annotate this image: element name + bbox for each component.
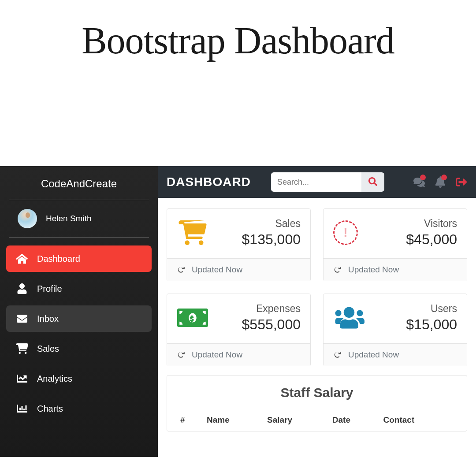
comments-icon	[413, 182, 425, 189]
bell-button[interactable]	[435, 176, 446, 188]
sidebar-item-label: Dashboard	[37, 254, 80, 264]
users-icon	[333, 305, 365, 330]
table-title: Staff Salary	[177, 385, 457, 400]
search-button[interactable]	[361, 172, 384, 192]
sidebar-item-inbox[interactable]: Inbox	[6, 305, 152, 332]
search-group	[271, 172, 384, 192]
stat-label: Sales	[242, 218, 301, 230]
stat-footer-text: Updated Now	[192, 265, 242, 275]
stat-card-sales: Sales $135,000 Updated Now	[167, 208, 311, 281]
stat-value: $15,000	[406, 316, 457, 333]
page-heading: Bootstrap Dashboard	[0, 0, 476, 63]
table-header: Date	[329, 410, 380, 431]
cart-icon	[177, 220, 208, 245]
app-container: CodeAndCreate Helen Smith Dashboard Prof…	[0, 166, 476, 457]
refresh-icon	[177, 351, 185, 359]
home-icon	[16, 253, 28, 264]
refresh-icon	[177, 266, 185, 274]
table-header: Name	[203, 410, 264, 431]
user-name: Helen Smith	[46, 214, 92, 223]
stat-value: $555,000	[242, 316, 301, 333]
stat-label: Expenses	[242, 303, 301, 315]
stat-label: Visitors	[406, 218, 457, 230]
sidebar-item-label: Analytics	[37, 374, 72, 384]
logout-button[interactable]	[456, 176, 467, 188]
search-input[interactable]	[271, 172, 361, 192]
table-header: #	[177, 410, 203, 431]
envelope-icon	[16, 313, 28, 324]
main-content: DASHBOARD	[158, 166, 476, 457]
topbar-icons	[413, 176, 467, 188]
user-icon	[16, 283, 28, 294]
stat-cards-row: Sales $135,000 Updated Now ! Visitors	[167, 208, 467, 366]
topbar: DASHBOARD	[158, 166, 476, 198]
stat-card-visitors: ! Visitors $45,000 Updated Now	[323, 208, 467, 281]
content-area: Sales $135,000 Updated Now ! Visitors	[158, 198, 476, 457]
logout-icon	[456, 182, 467, 189]
money-icon	[177, 305, 208, 330]
stat-footer-text: Updated Now	[192, 350, 242, 360]
table-header-row: # Name Salary Date Contact	[177, 410, 457, 431]
refresh-icon	[333, 266, 341, 274]
staff-salary-table: # Name Salary Date Contact	[177, 410, 457, 431]
sidebar-item-label: Inbox	[37, 314, 59, 324]
search-icon	[368, 177, 377, 187]
notification-dot	[420, 175, 426, 180]
page-title: DASHBOARD	[167, 175, 251, 189]
chart-bar-icon	[16, 403, 28, 414]
sidebar-item-label: Charts	[37, 404, 63, 414]
sidebar-item-analytics[interactable]: Analytics	[6, 365, 152, 392]
avatar	[18, 209, 37, 228]
stat-value: $45,000	[406, 231, 457, 248]
sidebar-item-sales[interactable]: Sales	[6, 335, 152, 362]
notification-dot	[441, 175, 447, 180]
sidebar-item-charts[interactable]: Charts	[6, 395, 152, 422]
sidebar-item-label: Sales	[37, 344, 59, 354]
sidebar-user[interactable]: Helen Smith	[9, 200, 149, 238]
spinner-icon: !	[333, 220, 358, 245]
chart-line-icon	[16, 373, 28, 384]
sidebar: CodeAndCreate Helen Smith Dashboard Prof…	[0, 166, 158, 457]
sidebar-item-label: Profile	[37, 284, 62, 294]
stat-card-users: Users $15,000 Updated Now	[323, 294, 467, 366]
staff-salary-section: Staff Salary # Name Salary Date Contact	[167, 375, 467, 431]
sidebar-brand: CodeAndCreate	[9, 174, 149, 200]
cart-icon	[16, 343, 28, 354]
stat-footer-text: Updated Now	[348, 265, 399, 275]
comments-button[interactable]	[413, 176, 425, 188]
table-header: Contact	[380, 410, 457, 431]
stat-label: Users	[406, 303, 457, 315]
stat-card-expenses: Expenses $555,000 Updated Now	[167, 294, 311, 366]
sidebar-item-dashboard[interactable]: Dashboard	[6, 245, 152, 272]
refresh-icon	[333, 351, 341, 359]
stat-value: $135,000	[242, 231, 301, 248]
bell-icon	[435, 182, 446, 189]
table-header: Salary	[264, 410, 329, 431]
sidebar-item-profile[interactable]: Profile	[6, 275, 152, 302]
stat-footer-text: Updated Now	[348, 350, 399, 360]
nav-list: Dashboard Profile Inbox Sales	[0, 245, 158, 422]
